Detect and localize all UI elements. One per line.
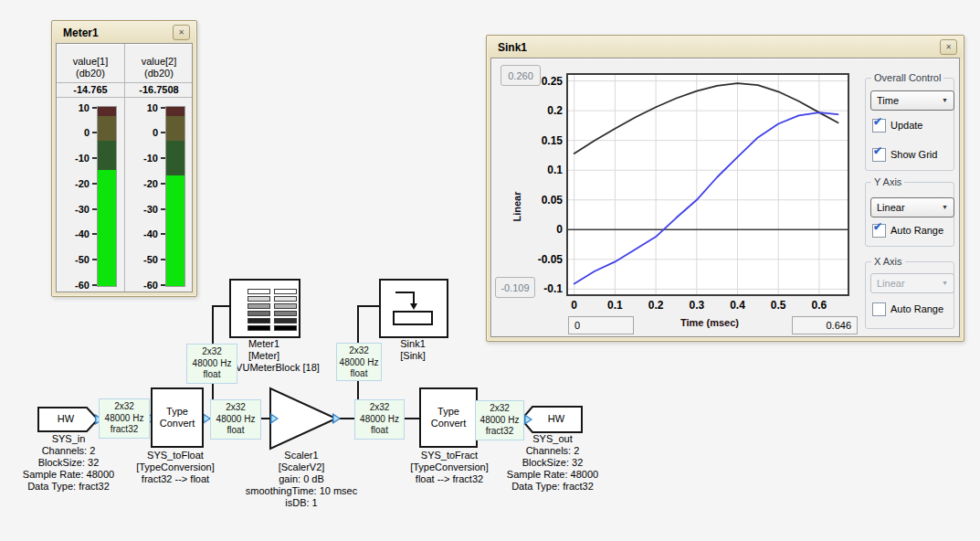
pin-icon-inner (272, 416, 278, 422)
overall-control-group-label: Overall Control (871, 72, 943, 83)
meter-channel-2-unit: (db20) (125, 68, 193, 80)
x-axis-dropdown: Linear ▼ (870, 273, 954, 293)
meter-tick-label: 10 (125, 101, 158, 114)
plot-ytick-label: -0.1 (528, 282, 563, 295)
x-axis-label: Time (msec) (641, 317, 778, 328)
overall-control-dropdown[interactable]: Time ▼ (870, 90, 954, 111)
wire-label-meter-branch: 2x32 48000 Hz float (186, 344, 237, 384)
meter-channel-2-scale: 100-10-20-30-40-50-60 (125, 98, 193, 290)
meter-tick-mark (161, 132, 165, 133)
overall-control-group: Overall Control Time ▼ ✔ Update ✔ Show G… (865, 78, 954, 171)
meter-panel: value[1] (db20) -14.765 100-10-20-30-40-… (56, 43, 193, 292)
meter-channel-1-name: value[1] (57, 56, 124, 68)
meter-tick-mark (161, 208, 165, 210)
type-convert-tofloat-block[interactable]: Type Convert (151, 387, 204, 448)
x-auto-range-checkbox-label: Auto Range (886, 303, 943, 314)
y-auto-range-checkbox[interactable]: ✔ (872, 224, 886, 238)
sys-out-caption: SYS_out Channels: 2 BlockSize: 32 Sample… (506, 433, 599, 493)
x-min-field[interactable]: 0 (568, 316, 634, 334)
meter-tick-label: -30 (125, 203, 158, 216)
meter-channel-1-unit: (db20) (57, 68, 124, 80)
meter-tick-mark (92, 157, 97, 159)
x-max-field[interactable]: 0.646 (792, 316, 858, 334)
sys-in-caption: SYS_in Channels: 2 BlockSize: 32 Sample … (22, 433, 115, 493)
meter-tick-mark (161, 107, 165, 109)
overall-control-dropdown-value: Time (877, 95, 899, 106)
update-checkbox-label: Update (886, 120, 922, 131)
pin-icon-inner (334, 416, 340, 422)
plot-xtick-label: 0.5 (760, 299, 796, 312)
plot-ytick-label: 0 (528, 223, 563, 236)
wire-label-input: 2x32 48000 Hz fract32 (99, 398, 150, 439)
plot-xtick-label: 0 (556, 299, 593, 312)
meter-tick-label: -40 (57, 228, 90, 240)
meter-tick-mark (161, 157, 165, 159)
plot-ytick-label: 0.1 (528, 164, 563, 176)
meter-tick-label: -10 (125, 152, 158, 164)
meter-level-lit (98, 170, 116, 286)
meter-tick-mark (92, 132, 97, 133)
plot-ytick-label: -0.05 (528, 253, 563, 266)
x-axis-group: X Axis Linear ▼ Auto Range (865, 261, 954, 329)
pin-icon[interactable] (270, 413, 279, 424)
sink-window: Sink1 ✕ 0.260 -0.109 Linear 0 Time (msec… (486, 35, 964, 342)
x-axis-group-label: X Axis (871, 256, 905, 267)
meter-bar (166, 107, 184, 286)
y-axis-group-label: Y Axis (871, 176, 904, 187)
meter-window-title: Meter1 (53, 27, 99, 39)
type-convert-tofract-block[interactable]: Type Convert (419, 387, 478, 448)
meter-tick-label: -40 (125, 228, 158, 240)
sink-icon (381, 281, 443, 333)
scaler-caption: Scaler1 [ScalerV2] gain: 0 dB smoothingT… (233, 450, 370, 509)
pin-icon[interactable] (332, 413, 341, 424)
meter-tick-mark (92, 233, 97, 235)
y-axis-dropdown[interactable]: Linear ▼ (870, 197, 954, 217)
show-grid-checkbox-label: Show Grid (886, 149, 937, 160)
hw-output-label: HW (535, 413, 577, 424)
meter-tick-mark (92, 107, 97, 109)
hw-input-label: HW (42, 413, 90, 424)
meter-zone-red (98, 107, 116, 116)
sink-window-titlebar[interactable]: Sink1 (488, 37, 963, 58)
meter-tick-label: -50 (57, 253, 90, 266)
plot-xtick-label: 0.2 (638, 299, 674, 312)
sink-panel: 0.260 -0.109 Linear 0 Time (msec) 0.646 … (490, 58, 960, 337)
close-icon: ✕ (945, 44, 952, 51)
meter-channel-2: value[2] (db20) -16.7508 100-10-20-30-40… (125, 44, 193, 292)
meter-bar (98, 107, 116, 286)
chevron-down-icon: ▼ (942, 97, 948, 103)
close-icon: ✕ (178, 29, 184, 37)
plot-ytick-label: 0.2 (528, 104, 563, 117)
meter-level-lit (166, 175, 184, 286)
update-checkbox[interactable]: ✔ (872, 119, 886, 133)
meter-tick-label: -10 (57, 152, 90, 164)
meter-tick-label: -60 (57, 279, 90, 292)
meter-channel-1-reading: -14.765 (57, 84, 124, 95)
meter-tick-label: 0 (57, 126, 90, 139)
meter-tick-mark (161, 284, 165, 286)
check-icon: ✔ (873, 145, 882, 156)
plot-xtick-label: 0.6 (801, 299, 838, 312)
x-axis-dropdown-value: Linear (877, 278, 905, 289)
y-axis-group: Y Axis Linear ▼ ✔ Auto Range (865, 182, 954, 247)
sink-window-close-button[interactable]: ✕ (940, 39, 957, 55)
plot-ytick-label: 0.05 (528, 194, 563, 207)
pin-icon[interactable] (524, 414, 532, 425)
x-auto-range-checkbox[interactable] (872, 302, 886, 316)
sink-block[interactable] (379, 279, 448, 338)
designer-canvas: { "meter_window": { "title": "Meter1", "… (0, 0, 980, 541)
show-grid-checkbox[interactable]: ✔ (872, 148, 886, 162)
meter-tick-label: -50 (125, 253, 158, 266)
meter-zone-yellow (98, 116, 116, 142)
meter-channel-2-reading: -16.7508 (125, 84, 193, 95)
scaler-block[interactable] (270, 388, 336, 449)
meter-tick-mark (92, 259, 97, 260)
meter-zone-yellow (166, 116, 184, 142)
sink-window-title: Sink1 (488, 41, 527, 54)
tofract-caption: SYS_toFract [TypeConversion] float --> f… (395, 450, 504, 485)
meter-block[interactable] (229, 279, 300, 338)
meter-window-close-button[interactable]: ✕ (173, 25, 190, 40)
sink-caption: Sink1 [Sink] (376, 338, 449, 362)
scope-plot[interactable] (566, 73, 849, 296)
check-icon: ✔ (873, 116, 882, 127)
